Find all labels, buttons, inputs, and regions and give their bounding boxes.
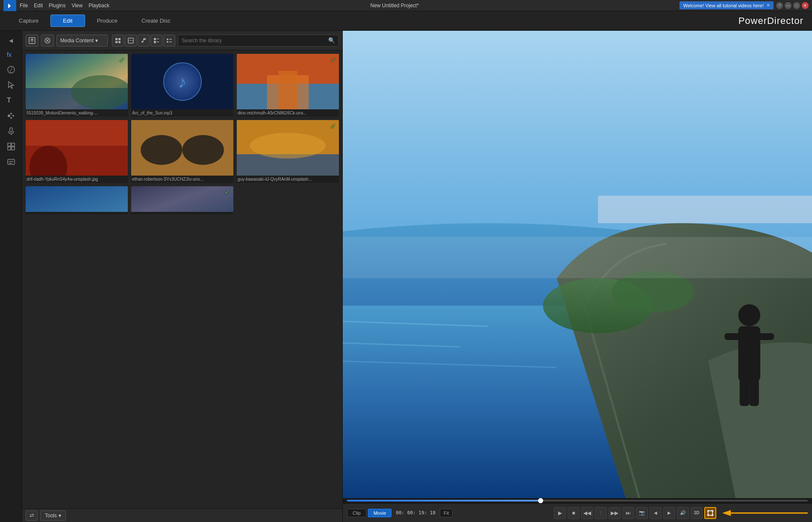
search-input[interactable] bbox=[182, 38, 326, 44]
media-item[interactable]: ✓ dino-reichmuth-A5rCN8626Ck-uns... bbox=[237, 54, 339, 117]
svg-point-4 bbox=[12, 115, 14, 117]
list-view-button[interactable] bbox=[150, 35, 162, 47]
play-button[interactable]: ▶ bbox=[554, 507, 566, 519]
svg-marker-68 bbox=[722, 510, 731, 516]
snapshot-button[interactable]: 📷 bbox=[636, 507, 648, 519]
sidebar-icon-mic[interactable] bbox=[3, 124, 20, 138]
clip-mode-button[interactable]: Clip bbox=[347, 509, 366, 517]
capture-tab[interactable]: Capture bbox=[7, 15, 50, 26]
svg-rect-64 bbox=[758, 333, 774, 340]
sidebar-icon-cursor[interactable] bbox=[3, 78, 20, 92]
next-frame-button[interactable]: ▶▶ bbox=[609, 507, 621, 519]
svg-point-45 bbox=[182, 135, 224, 165]
detail-view-button[interactable] bbox=[163, 35, 175, 47]
brand-logo: PowerDirector bbox=[738, 15, 803, 26]
volume-button[interactable]: 🔊 bbox=[677, 507, 689, 519]
fit-button[interactable]: Fit bbox=[440, 509, 453, 517]
svg-rect-13 bbox=[8, 159, 15, 164]
close-button[interactable]: ✕ bbox=[802, 2, 809, 9]
end-button[interactable]: ⏭ bbox=[622, 507, 634, 519]
check-mark: ✓ bbox=[330, 56, 336, 65]
menu-file[interactable]: File bbox=[20, 3, 28, 9]
stop-button[interactable]: ■ bbox=[568, 507, 580, 519]
svg-rect-51 bbox=[598, 196, 812, 223]
svg-rect-62 bbox=[749, 378, 759, 406]
svg-point-31 bbox=[167, 41, 168, 43]
svg-rect-12 bbox=[12, 147, 15, 150]
search-icon[interactable]: 🔍 bbox=[328, 37, 335, 44]
welcome-close[interactable]: ✕ bbox=[766, 3, 770, 8]
movie-mode-button[interactable]: Movie bbox=[368, 509, 391, 517]
svg-rect-25 bbox=[154, 38, 156, 40]
media-item[interactable]: ✓ bbox=[131, 186, 233, 214]
media-label: drif-riadh-YpkuRnS4y4w-unsplash.jpg bbox=[26, 176, 128, 183]
edit-tab[interactable]: Edit bbox=[50, 15, 85, 27]
svg-rect-61 bbox=[740, 378, 750, 406]
svg-rect-42 bbox=[26, 120, 128, 146]
minimize-button[interactable]: — bbox=[785, 2, 791, 9]
svg-rect-9 bbox=[8, 143, 11, 146]
adjust-button[interactable]: ⇄ bbox=[26, 510, 38, 521]
3d-button[interactable]: 3D bbox=[691, 507, 703, 519]
svg-rect-18 bbox=[115, 38, 118, 40]
media-item[interactable] bbox=[26, 186, 128, 214]
media-label bbox=[26, 212, 128, 214]
svg-rect-21 bbox=[118, 41, 121, 43]
menu-edit[interactable]: Edit bbox=[34, 3, 43, 9]
audio-prev-button[interactable]: ◀ bbox=[650, 507, 662, 519]
svg-point-5 bbox=[10, 113, 12, 114]
window-title: New Untitled Project* bbox=[109, 3, 680, 9]
sidebar-icon-fx[interactable]: fx bbox=[3, 47, 20, 62]
content-type-label: Media Content bbox=[60, 38, 94, 44]
media-item[interactable]: ✓ guy-kawasaki-iiJ-QvyRAnM-unsplash... bbox=[237, 120, 339, 183]
sidebar-icon-grid[interactable] bbox=[3, 139, 20, 154]
svg-point-49 bbox=[250, 133, 326, 158]
import-button[interactable] bbox=[26, 35, 38, 47]
sidebar-icon-text[interactable]: T bbox=[3, 93, 20, 108]
content-type-dropdown[interactable]: Media Content ▾ bbox=[56, 35, 108, 47]
media-item[interactable]: ✓ 5515039_MotionElements_walking-... bbox=[26, 54, 128, 117]
timecode-display: 00: 00: 19: 18 bbox=[396, 510, 435, 516]
menu-playback[interactable]: Playback bbox=[88, 3, 109, 9]
left-sidebar: ◀ fx T bbox=[0, 31, 22, 522]
svg-rect-39 bbox=[278, 71, 297, 109]
media-item[interactable]: ♪ Arc_of_the_Sun.mp3 bbox=[131, 54, 233, 117]
preview-progress-bar[interactable] bbox=[343, 498, 812, 503]
tools-dropdown-arrow-icon: ▾ bbox=[59, 513, 61, 519]
svg-text:fx: fx bbox=[7, 51, 12, 58]
prev-frame-button[interactable]: ◀◀ bbox=[581, 507, 593, 519]
sidebar-icon-particles[interactable] bbox=[3, 109, 20, 123]
media-item[interactable]: drif-riadh-YpkuRnS4y4w-unsplash.jpg bbox=[26, 120, 128, 183]
tools-dropdown[interactable]: Tools ▾ bbox=[40, 510, 66, 521]
sidebar-icon-color[interactable] bbox=[3, 62, 20, 77]
menu-bar: ⏵ File Edit Plugins View Playback New Un… bbox=[0, 0, 812, 11]
arrow-annotation bbox=[722, 507, 808, 519]
svg-point-3 bbox=[8, 114, 10, 117]
produce-tab[interactable]: Produce bbox=[85, 15, 129, 26]
dropdown-arrow-icon: ▾ bbox=[95, 38, 98, 44]
welcome-banner[interactable]: Welcome! View all tutorial videos here! … bbox=[680, 1, 774, 9]
media-label: ethan-robertson-SYx3UCHZJIo-uns... bbox=[131, 176, 233, 183]
playback-controls: Clip Movie 00: 00: 19: 18 Fit ▶ ■ ◀◀ ⋮ ▶… bbox=[343, 503, 812, 522]
sidebar-icon-subtitle[interactable] bbox=[3, 155, 20, 169]
audio-next-button[interactable]: ▶ bbox=[663, 507, 675, 519]
sidebar-collapse[interactable]: ◀ bbox=[3, 35, 20, 46]
menu-view[interactable]: View bbox=[71, 3, 82, 9]
effects-button[interactable] bbox=[41, 35, 54, 47]
welcome-text: Welcome! View all tutorial videos here! bbox=[683, 3, 764, 8]
media-item[interactable]: ethan-robertson-SYx3UCHZJIo-uns... bbox=[131, 120, 233, 183]
search-box[interactable]: 🔍 bbox=[178, 35, 339, 47]
grid-view-button[interactable] bbox=[112, 35, 124, 47]
app-icon: ⏵ bbox=[3, 0, 16, 11]
fullscreen-button[interactable] bbox=[704, 507, 716, 519]
music-view-button[interactable] bbox=[138, 35, 150, 47]
svg-text:T: T bbox=[7, 97, 11, 104]
preview-panel: Clip Movie 00: 00: 19: 18 Fit ▶ ■ ◀◀ ⋮ ▶… bbox=[343, 31, 812, 522]
menu-plugins[interactable]: Plugins bbox=[49, 3, 65, 9]
help-button[interactable]: ? bbox=[776, 2, 783, 9]
split-button[interactable]: ⋮ bbox=[595, 507, 607, 519]
svg-rect-66 bbox=[708, 511, 712, 515]
create-disc-tab[interactable]: Create Disc bbox=[129, 15, 182, 26]
maximize-button[interactable]: □ bbox=[793, 2, 800, 9]
image-view-button[interactable] bbox=[125, 35, 137, 47]
